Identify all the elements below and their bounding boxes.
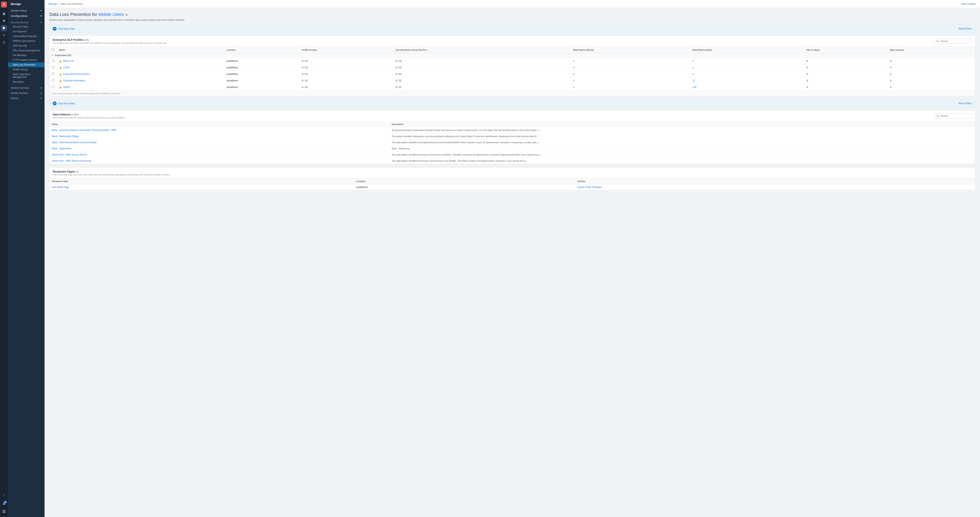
nav-icon-settings[interactable] — [1, 25, 7, 31]
row-checkbox-ccpa[interactable] — [52, 66, 54, 69]
sidebar-item-vulnerability-protection[interactable]: Vulnerability Protection — [8, 34, 45, 38]
row-checkbox-bulk-ccn[interactable] — [52, 59, 54, 62]
dp-link-statements[interactable]: Bank - Statements — [52, 147, 72, 150]
add-filter-btn-2[interactable]: ▼ Add New Filter — [52, 101, 75, 105]
dlp-profiles-search-input[interactable] — [940, 40, 970, 43]
breadcrumb: Manage › Data Loss Prevention — [48, 3, 83, 5]
breadcrumb-manage[interactable]: Manage — [48, 3, 57, 5]
app-logo[interactable]: A — [1, 2, 7, 8]
dp-alert-link-128[interactable]: 128 — [692, 86, 696, 89]
row-checkbox-gdpr[interactable] — [52, 86, 54, 88]
col-profile-groups-header: Profile Groups — [299, 47, 393, 53]
col-dp-desc-header: Description — [390, 121, 975, 127]
icon-bar: A ? 11 — [0, 0, 8, 517]
page-title: Data Loss Prevention for Mobile Users ▾ — [49, 12, 127, 17]
subscribed-expand-icon[interactable]: ▾ — [52, 54, 53, 56]
col-hits-header: Hits (7 days) — [804, 47, 888, 53]
sidebar-item-network-services[interactable]: Network Services ▾ — [8, 85, 45, 91]
profile-link-corp-fin[interactable]: Corporate Financial Docs — [63, 73, 90, 75]
sidebar-item-security-policy[interactable]: Security Policy — [8, 24, 45, 29]
dp-alert-link-12[interactable]: 12 — [692, 79, 695, 82]
dp-block-link-0[interactable]: 0 — [573, 60, 574, 62]
sidebar-item-url-access[interactable]: URL Access Management — [8, 48, 45, 53]
dp-block-link-1[interactable]: 0 — [573, 66, 574, 69]
nav-icon-shield[interactable] — [1, 11, 7, 17]
sidebar-item-identity-services[interactable]: Identity Services ▾ — [8, 91, 45, 96]
profile-link-fin-info[interactable]: Financial Information — [63, 79, 85, 82]
dp-link-iban[interactable]: Bank - International Bank Account Number — [52, 141, 97, 144]
sidebar-item-decryption[interactable]: Decryption — [8, 80, 45, 84]
dlp-profiles-title: Enterprise DLP Profiles — [52, 38, 84, 41]
response-pages-title: Response Pages — [52, 170, 75, 173]
profile-link-gdpr[interactable]: GDPR — [63, 86, 70, 89]
sidebar-item-wildfire[interactable]: WildFire and Antivirus — [8, 38, 45, 43]
rp-link-dlp-block[interactable]: DLP Block Page — [52, 186, 69, 188]
sidebar-item-anti-spyware[interactable]: Anti-Spyware — [8, 29, 45, 34]
dlp-footer-note: 0.0% of your security policy rules are u… — [49, 91, 975, 96]
col-dp-alert-header: Data Pattern (alert) — [690, 47, 804, 53]
svg-rect-2 — [4, 510, 5, 511]
svg-rect-4 — [4, 512, 5, 513]
table-row: 🔒Bulk CCN predefined 0 / 22 0 / 22 0 2 0… — [49, 58, 975, 64]
dp-alert-link-2b[interactable]: 2 — [692, 73, 694, 75]
profile-link-bulk-ccn[interactable]: Bulk CCN — [63, 60, 74, 62]
subscribed-group-row: ▾ Subscribed (16) — [49, 53, 975, 58]
dlp-profiles-section: Enterprise DLP Profiles (16) The profile… — [49, 36, 975, 96]
select-all-checkbox[interactable] — [52, 48, 54, 51]
dp-table-head-row: Name Description — [49, 121, 975, 127]
row-checkbox-corp-fin[interactable] — [52, 72, 54, 75]
dp-alert-link-1[interactable]: 1 — [692, 66, 694, 69]
nav-icon-question[interactable]: ? — [1, 492, 7, 499]
mobile-users-link[interactable]: Mobile Users — [99, 12, 124, 17]
dp-alert-link-2a[interactable]: 2 — [692, 60, 694, 62]
sidebar-item-saas-mgmt[interactable]: SaaS Application Management — [8, 72, 45, 80]
col-checkbox — [49, 47, 57, 53]
rp-table-head-row: Response Page Location Actions — [49, 179, 975, 184]
add-filter-btn-1[interactable]: ▼ Add New Filter — [52, 27, 75, 31]
nav-icon-bell[interactable] — [1, 18, 7, 24]
sidebar-item-configuration[interactable]: Configuration ▾ — [8, 13, 45, 19]
sidebar-section-security-services: Security Services ▾ Security Policy Anti… — [8, 19, 45, 85]
sidebar-item-profile-groups[interactable]: Profile Groups — [8, 67, 45, 72]
sidebar-security-services-header[interactable]: Security Services ▾ — [8, 20, 45, 24]
dp-block-link-4[interactable]: 0 — [573, 86, 574, 89]
dp-link-aba[interactable]: Bank - American Bankers Association Rout… — [52, 129, 116, 131]
sidebar-item-file-blocking[interactable]: File Blocking — [8, 53, 45, 57]
dp-block-link-2[interactable]: 0 — [573, 73, 574, 75]
col-rp-actions-header: Actions — [575, 179, 975, 184]
nav-icon-doc[interactable] — [1, 39, 7, 46]
sidebar-item-dlp[interactable]: Data Loss Prevention — [8, 62, 45, 67]
sidebar-item-dns-security[interactable]: DNS Security — [8, 43, 45, 48]
page-subtitle: Enforce your organization's data securit… — [49, 18, 188, 22]
reset-filters-btn-2[interactable]: Reset Filters — [959, 102, 972, 105]
dp-link-aws-access-key[interactable]: Secret Key - AWS Access Key ID — [52, 153, 87, 156]
col-days-unused-header: Days Unused — [888, 47, 975, 53]
breadcrumb-current: Data Loss Prevention — [60, 3, 83, 5]
list-item: Secret Key - AWS Access Key ID This data… — [49, 152, 975, 158]
nav-icon-grid[interactable] — [1, 508, 7, 515]
push-config-button[interactable]: Push Config ▾ — [961, 3, 976, 5]
export-html-template-link[interactable]: Export HTML Template — [578, 186, 602, 188]
nav-icon-chart[interactable] — [1, 32, 7, 38]
sidebar-item-http-header[interactable]: HTTP Header Insertion — [8, 57, 45, 62]
data-patterns-search-icon: 🔍 — [936, 115, 939, 117]
sidebar-item-service-setup[interactable]: Service Setup ▾ — [8, 8, 45, 13]
data-patterns-search-input[interactable] — [940, 115, 970, 117]
data-patterns-section: Data Patterns (1787) Data patterns speci… — [49, 110, 975, 164]
table-row: DLP Block Page predefined Export HTML Te… — [49, 184, 975, 190]
table-row: 🔒CCPA predefined 0 / 22 0 / 22 0 1 0 0 — [49, 64, 975, 71]
dlp-profiles-header: Enterprise DLP Profiles (16) The profile… — [49, 36, 975, 47]
row-checkbox-fin-info[interactable] — [52, 79, 54, 81]
dp-link-bankruptcy[interactable]: Bank - Bankruptcy Filings — [52, 135, 79, 138]
dp-block-link-3[interactable]: 0 — [573, 79, 574, 82]
nav-icon-user-badge[interactable]: 11 — [1, 500, 7, 507]
profile-link-ccpa[interactable]: CCPA — [63, 66, 70, 69]
lock-icon-corp-fin: 🔒 — [59, 73, 62, 75]
sidebar-item-objects[interactable]: Objects ▾ — [8, 96, 45, 101]
table-row: 🔒Financial Information predefined 0 / 22… — [49, 77, 975, 84]
response-pages-desc: This is the web page your users see when… — [52, 174, 170, 176]
dp-link-aws-secret-key[interactable]: Secret Key - AWS Secret Access Key — [52, 160, 91, 162]
content-area: Data Loss Prevention for Mobile Users ▾ … — [45, 8, 980, 517]
filter-icon-1: ▼ — [52, 27, 57, 31]
reset-filters-btn-1[interactable]: Reset Filters — [959, 27, 972, 30]
